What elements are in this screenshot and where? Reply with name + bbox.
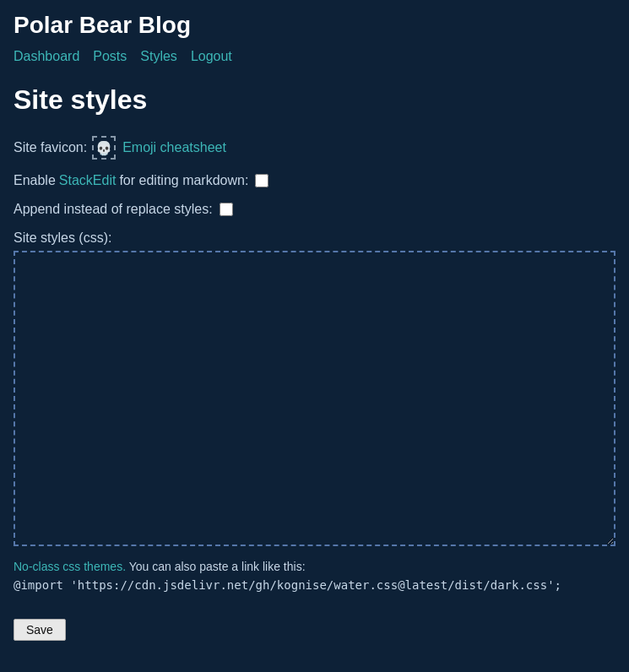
emoji-cheatsheet-link[interactable]: Emoji cheatsheet	[122, 140, 226, 155]
main-nav: Dashboard Posts Styles Logout	[14, 49, 615, 64]
enable-stackedit-pre-label: Enable	[14, 173, 56, 188]
nav-dashboard[interactable]: Dashboard	[14, 49, 79, 64]
no-class-css-link[interactable]: No-class css themes.	[14, 560, 126, 573]
save-button[interactable]: Save	[14, 619, 66, 641]
append-checkbox[interactable]	[220, 203, 233, 216]
hint-section: No-class css themes. You can also paste …	[14, 560, 615, 573]
favicon-input[interactable]: 💀	[92, 136, 116, 160]
example-import: @import 'https://cdn.jsdelivr.net/gh/kog…	[14, 578, 615, 592]
nav-posts[interactable]: Posts	[93, 49, 127, 64]
nav-styles[interactable]: Styles	[140, 49, 177, 64]
css-section: Site styles (css):	[14, 230, 615, 550]
favicon-row: Site favicon: 💀 Emoji cheatsheet	[14, 136, 615, 160]
site-title: Polar Bear Blog	[14, 12, 615, 39]
append-label: Append instead of replace styles:	[14, 202, 213, 217]
hint-text: You can also paste a link like this:	[129, 560, 306, 573]
enable-stackedit-post-label: for editing markdown:	[119, 173, 248, 188]
page-title: Site styles	[14, 84, 615, 116]
append-row: Append instead of replace styles:	[14, 202, 615, 217]
css-label: Site styles (css):	[14, 230, 615, 246]
save-section: Save	[14, 605, 615, 641]
css-textarea[interactable]	[14, 251, 615, 546]
stackedit-row: Enable StackEdit for editing markdown:	[14, 173, 615, 188]
stackedit-checkbox[interactable]	[255, 174, 268, 187]
favicon-label: Site favicon:	[14, 140, 87, 155]
stackedit-link[interactable]: StackEdit	[59, 173, 117, 188]
nav-logout[interactable]: Logout	[191, 49, 232, 64]
